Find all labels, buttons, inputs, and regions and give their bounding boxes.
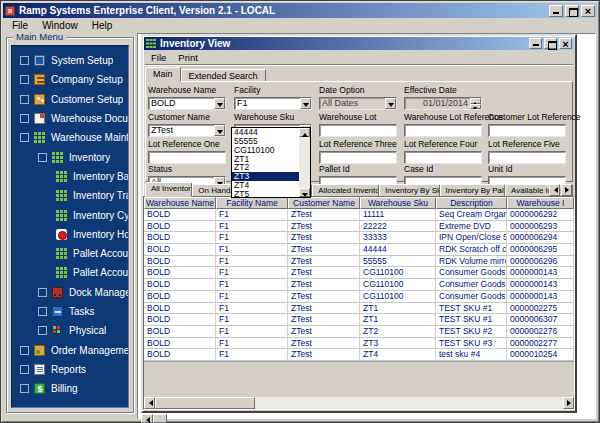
scroll-up-icon[interactable]	[299, 128, 310, 137]
warehouse-name-combobox[interactable]: BOLD	[148, 97, 226, 110]
mdi-scroll-left-icon[interactable]	[141, 414, 153, 423]
lot-reference-four-input[interactable]	[404, 151, 482, 164]
combo-dropdown-icon[interactable]	[385, 98, 396, 109]
table-row[interactable]: BOLDF1ZTest44444RDK Scratch off card0000…	[144, 244, 574, 256]
dropdown-scrollbar[interactable]	[299, 128, 310, 197]
sidebar-item-billing[interactable]: Billing	[12, 379, 128, 398]
lot-reference-three-input[interactable]	[319, 151, 397, 164]
column-header-description[interactable]: Description	[436, 197, 507, 209]
expand-box-icon[interactable]	[20, 114, 29, 123]
customer-lot-reference-input[interactable]	[488, 124, 566, 137]
tab-main[interactable]: Main	[145, 67, 181, 82]
menu-help[interactable]: Help	[85, 19, 120, 32]
combo-dropdown-icon[interactable]	[300, 98, 311, 109]
lot-reference-five-input[interactable]	[488, 151, 566, 164]
sidebar-item-inventory-transactions[interactable]: Inventory Transactions	[12, 186, 128, 205]
expand-box-icon[interactable]	[20, 346, 29, 355]
table-row[interactable]: BOLDF1ZTest33333IPN Open/Close Sign00000…	[144, 232, 574, 244]
sidebar-item-inventory-cycle-counts[interactable]: Inventory Cycle Counts	[12, 205, 128, 224]
field-label: Lot Reference Three	[319, 139, 397, 149]
maximize-button[interactable]	[565, 5, 579, 17]
expand-box-icon[interactable]	[38, 288, 47, 297]
expand-box-icon[interactable]	[20, 365, 29, 374]
sidebar-item-inventory-holds[interactable]: Inventory Holds	[12, 225, 128, 244]
hscroll-track[interactable]	[255, 397, 563, 409]
tab-scroll-left-icon[interactable]	[549, 184, 560, 196]
sidebar-item-inventory-balances[interactable]: Inventory Balances	[12, 167, 128, 186]
expand-box-icon[interactable]	[20, 56, 29, 65]
table-cell: BOLD	[144, 244, 216, 255]
scroll-down-icon[interactable]	[299, 188, 310, 197]
column-header-facility-name[interactable]: Facility Name	[216, 197, 288, 209]
sidebar-item-pallet-account-balances[interactable]: Pallet Account Balances	[12, 244, 128, 263]
minimize-button[interactable]	[549, 5, 563, 17]
date-option-combobox[interactable]: All Dates	[319, 97, 397, 110]
expand-box-icon[interactable]	[20, 384, 29, 393]
combo-dropdown-icon[interactable]	[214, 98, 225, 109]
mdi-scrollbar-stub[interactable]	[141, 414, 169, 423]
customer-name-combobox[interactable]: ZTest	[148, 124, 226, 137]
table-row[interactable]: BOLDF1ZTestCG110100Consumer Goods Packa.…	[144, 291, 574, 303]
expand-box-icon[interactable]	[38, 326, 47, 335]
hscroll-left-icon[interactable]	[144, 397, 155, 409]
table-row[interactable]: BOLDF1ZTestZT4test sku #40000010254	[144, 349, 574, 361]
sidebar-item-reports[interactable]: Reports	[12, 360, 128, 379]
child-menu-file[interactable]: File	[145, 52, 172, 63]
expand-box-icon[interactable]	[38, 153, 47, 162]
sidebar-item-order-management[interactable]: Order Management	[12, 340, 128, 359]
tab-all-inventory[interactable]: All Inventory	[145, 182, 192, 197]
expand-box-icon[interactable]	[38, 307, 47, 316]
sidebar-item-customer-setup[interactable]: Customer Setup	[12, 90, 128, 109]
sidebar-item-tasks[interactable]: Tasks	[12, 302, 128, 321]
column-header-customer-name[interactable]: Customer Name	[288, 197, 360, 209]
table-row[interactable]: BOLDF1ZTest22222Extreme DVD0000006293	[144, 221, 574, 233]
column-header-warehouse-sku[interactable]: Warehouse Sku	[360, 197, 436, 209]
warehouse-lot-input[interactable]	[319, 124, 397, 137]
table-row[interactable]: BOLDF1ZTestCG110100Consumer Goods Packa.…	[144, 279, 574, 291]
facility-combobox[interactable]: F1	[234, 97, 312, 110]
spin-down-icon[interactable]	[470, 104, 481, 110]
hscroll-thumb[interactable]	[155, 397, 255, 409]
menu-file[interactable]: File	[5, 19, 35, 32]
sidebar-item-physical[interactable]: Physical	[12, 321, 128, 340]
dropdown-item-zt5[interactable]: ZT5	[232, 190, 299, 197]
warehouse-lot-reference-input[interactable]	[404, 124, 482, 137]
tab-scroll-right-icon[interactable]	[561, 184, 572, 196]
table-row[interactable]: BOLDF1ZTest11111Seq Cream Organizer00000…	[144, 209, 574, 221]
inventory-window-titlebar: Inventory View	[144, 37, 574, 50]
effective-date-date-spinner[interactable]: 01/01/2014	[404, 97, 482, 110]
table-row[interactable]: BOLDF1ZTestZT1TEST SKU #10000002275	[144, 303, 574, 315]
sidebar-item-company-setup[interactable]: Company Setup	[12, 70, 128, 89]
table-row[interactable]: BOLDF1ZTestZT2TEST SKU #20000002276	[144, 326, 574, 338]
date-spinner-buttons[interactable]	[470, 98, 481, 109]
grid-horizontal-scrollbar[interactable]	[144, 397, 574, 409]
table-row[interactable]: BOLDF1ZTest55555RDK Volume mirror cling0…	[144, 256, 574, 268]
column-header-warehouse-name[interactable]: Warehouse Name	[144, 197, 216, 209]
sidebar-item-warehouse-documents[interactable]: Warehouse Documents	[12, 109, 128, 128]
table-row[interactable]: BOLDF1ZTestZT3TEST SKU #30000002277	[144, 338, 574, 350]
sidebar-item-inventory[interactable]: Inventory	[12, 147, 128, 166]
expand-box-icon[interactable]	[20, 133, 29, 142]
child-close-button[interactable]	[559, 38, 572, 49]
expand-box-icon[interactable]	[20, 75, 29, 84]
lot-reference-one-input[interactable]	[148, 151, 226, 164]
combo-dropdown-icon[interactable]	[214, 125, 225, 136]
table-row[interactable]: BOLDF1ZTestZT1TEST SKU #10000006307	[144, 314, 574, 326]
sidebar-item-pallet-account-history[interactable]: Pallet Account History	[12, 263, 128, 282]
expand-box-icon[interactable]	[20, 95, 29, 104]
column-header-warehouse-i[interactable]: Warehouse I	[507, 197, 574, 209]
menu-window[interactable]: Window	[35, 19, 85, 32]
sidebar-item-system-setup[interactable]: System Setup	[12, 51, 128, 70]
table-row[interactable]: BOLDF1ZTestCG110100Consumer Goods Packa.…	[144, 267, 574, 279]
hscroll-right-icon[interactable]	[563, 397, 574, 409]
close-button[interactable]	[581, 5, 595, 17]
child-maximize-button[interactable]	[544, 38, 557, 49]
main-tab-page: Warehouse NameBOLDFacilityF1Date OptionA…	[145, 81, 573, 182]
child-menu-print[interactable]: Print	[172, 52, 204, 63]
mdi-scroll-thumb[interactable]	[153, 414, 167, 423]
sidebar-item-dock-management[interactable]: Dock Management	[12, 283, 128, 302]
sidebar-item-warehouse-maintenance[interactable]: Warehouse Maintenance	[12, 128, 128, 147]
child-minimize-button[interactable]	[529, 38, 542, 49]
document-icon	[34, 113, 45, 124]
grid-icon	[56, 267, 67, 278]
